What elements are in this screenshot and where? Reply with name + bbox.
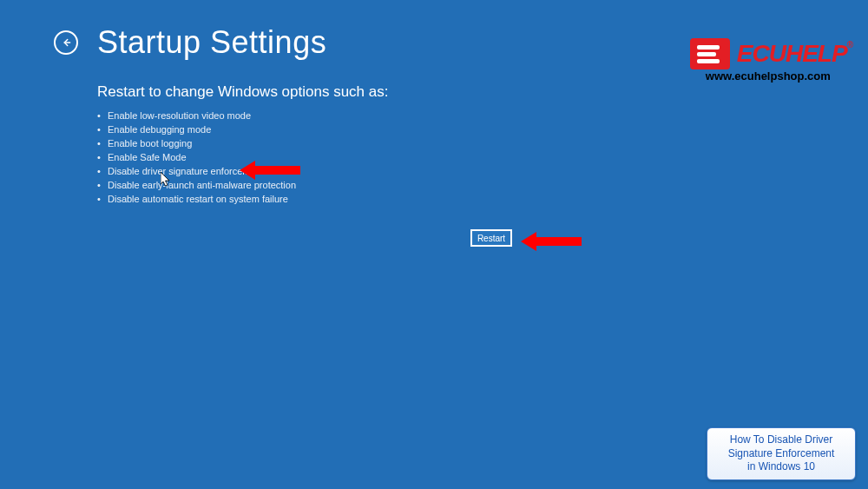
annotation-arrow-icon: [521, 230, 582, 253]
svg-rect-1: [697, 45, 720, 50]
subtitle: Restart to change Windows options such a…: [97, 83, 388, 101]
option-item: Enable debugging mode: [97, 123, 296, 137]
tooltip-line: in Windows 10: [747, 460, 815, 472]
ecuhelp-logo-icon: [690, 36, 732, 71]
option-item: Enable boot logging: [97, 137, 296, 151]
option-item: Enable low-resolution video mode: [97, 109, 296, 123]
back-arrow-icon: [60, 36, 72, 49]
page-title: Startup Settings: [97, 24, 326, 61]
annotation-arrow-icon: [240, 159, 300, 182]
svg-rect-3: [697, 59, 720, 63]
watermark-url: www.ecuhelpshop.com: [706, 69, 852, 83]
svg-rect-2: [697, 52, 716, 56]
watermark: ECUHELP® www.ecuhelpshop.com: [690, 36, 852, 83]
cursor-icon: [161, 172, 171, 188]
option-item: Disable automatic restart on system fail…: [97, 193, 296, 207]
options-list: Enable low-resolution video mode Enable …: [97, 109, 296, 207]
watermark-brand: ECUHELP®: [737, 40, 852, 68]
info-tooltip: How To Disable Driver Signature Enforcem…: [707, 427, 856, 480]
back-button[interactable]: [54, 30, 78, 55]
tooltip-line: Signature Enforcement: [728, 447, 835, 459]
restart-button[interactable]: Restart: [470, 229, 512, 247]
tooltip-line: How To Disable Driver: [730, 433, 832, 446]
